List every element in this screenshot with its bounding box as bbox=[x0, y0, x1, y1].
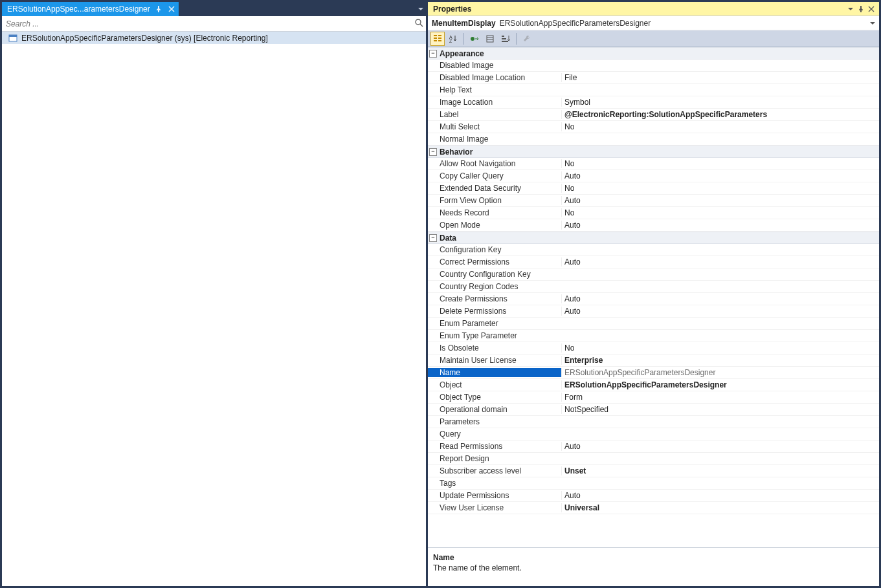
property-row[interactable]: Enum Type Parameter bbox=[428, 330, 879, 342]
property-value[interactable]: Symbol bbox=[561, 98, 879, 107]
property-value[interactable]: ERSolutionAppSpecificParametersDesigner bbox=[561, 380, 879, 389]
property-value[interactable]: No bbox=[561, 184, 879, 193]
property-name: Needs Record bbox=[428, 208, 561, 217]
property-row[interactable]: Country Region Codes bbox=[428, 281, 879, 293]
property-row[interactable]: Open ModeAuto bbox=[428, 219, 879, 232]
property-value[interactable]: Auto bbox=[561, 442, 879, 451]
property-row[interactable]: Query bbox=[428, 428, 879, 441]
property-name: Image Location bbox=[428, 98, 561, 107]
object-type-label: MenuItemDisplay bbox=[432, 19, 496, 28]
property-row[interactable]: Help Text bbox=[428, 84, 879, 96]
properties-title: Properties bbox=[433, 5, 471, 14]
property-row[interactable]: Update PermissionsAuto bbox=[428, 490, 879, 502]
property-pages-icon[interactable] bbox=[483, 32, 497, 46]
collapse-icon[interactable]: − bbox=[429, 148, 437, 156]
property-value[interactable]: Auto bbox=[561, 257, 879, 267]
properties-object-row[interactable]: MenuItemDisplay ERSolutionAppSpecificPar… bbox=[428, 16, 879, 30]
property-name: Operational domain bbox=[428, 405, 561, 414]
alphabetical-icon[interactable]: AZ bbox=[446, 32, 460, 46]
property-value[interactable]: Auto bbox=[561, 491, 879, 500]
tab-document[interactable]: ERSolutionAppSpec...arametersDesigner bbox=[2, 2, 179, 16]
property-row[interactable]: Normal Image bbox=[428, 133, 879, 146]
property-value[interactable]: Universal bbox=[561, 503, 879, 512]
property-row[interactable]: Image LocationSymbol bbox=[428, 96, 879, 109]
property-name: Configuration Key bbox=[428, 245, 561, 254]
window-dropdown-icon[interactable] bbox=[845, 4, 856, 14]
close-icon[interactable] bbox=[167, 5, 176, 14]
property-row[interactable]: Extended Data SecurityNo bbox=[428, 182, 879, 195]
category-header[interactable]: −Data bbox=[428, 232, 879, 244]
property-row[interactable]: Parameters bbox=[428, 416, 879, 428]
property-row[interactable]: View User LicenseUniversal bbox=[428, 502, 879, 514]
property-row[interactable]: Report Design bbox=[428, 453, 879, 465]
property-row[interactable]: Subscriber access levelUnset bbox=[428, 465, 879, 477]
svg-rect-18 bbox=[502, 41, 508, 42]
pin-icon[interactable] bbox=[856, 4, 866, 14]
property-row[interactable]: Disabled Image bbox=[428, 60, 879, 72]
property-row[interactable]: Is ObsoleteNo bbox=[428, 342, 879, 354]
property-row[interactable]: Allow Root NavigationNo bbox=[428, 158, 879, 170]
property-row[interactable]: NameERSolutionAppSpecificParametersDesig… bbox=[428, 367, 879, 379]
extensions-icon[interactable] bbox=[467, 32, 482, 46]
search-icon[interactable] bbox=[412, 18, 426, 29]
property-value[interactable]: Unset bbox=[561, 466, 879, 475]
property-value[interactable]: No bbox=[561, 159, 879, 168]
property-value[interactable]: File bbox=[561, 73, 879, 82]
property-row[interactable]: Label@ElectronicReporting:SolutionAppSpe… bbox=[428, 109, 879, 121]
search-input[interactable] bbox=[2, 17, 412, 30]
property-row[interactable]: ObjectERSolutionAppSpecificParametersDes… bbox=[428, 379, 879, 391]
property-row[interactable]: Multi SelectNo bbox=[428, 121, 879, 133]
property-row[interactable]: Form View OptionAuto bbox=[428, 195, 879, 207]
property-row[interactable]: Disabled Image LocationFile bbox=[428, 72, 879, 84]
property-value[interactable]: Auto bbox=[561, 307, 879, 316]
property-row[interactable]: Tags bbox=[428, 477, 879, 490]
tree-item[interactable]: ERSolutionAppSpecificParametersDesigner … bbox=[2, 32, 426, 45]
property-name: Report Design bbox=[428, 454, 561, 463]
properties-grid[interactable]: −AppearanceDisabled ImageDisabled Image … bbox=[428, 47, 879, 547]
property-name: Object bbox=[428, 380, 561, 389]
property-row[interactable]: Operational domainNotSpecified bbox=[428, 404, 879, 416]
property-value[interactable]: Auto bbox=[561, 294, 879, 303]
collapse-icon[interactable]: − bbox=[429, 234, 437, 242]
property-row[interactable]: Country Configuration Key bbox=[428, 268, 879, 281]
property-row[interactable]: Enum Parameter bbox=[428, 318, 879, 330]
svg-rect-5 bbox=[434, 38, 437, 39]
category-header[interactable]: −Behavior bbox=[428, 146, 879, 158]
properties-pane: Properties MenuItemDisplay ERSolutionApp… bbox=[428, 2, 879, 586]
property-row[interactable]: Object TypeForm bbox=[428, 391, 879, 404]
property-value[interactable]: ERSolutionAppSpecificParametersDesigner bbox=[561, 368, 879, 377]
tab-dropdown-icon[interactable] bbox=[416, 2, 426, 16]
property-value[interactable]: No bbox=[561, 208, 879, 217]
property-row[interactable]: Correct PermissionsAuto bbox=[428, 256, 879, 268]
categorized-icon[interactable] bbox=[430, 32, 445, 46]
property-row[interactable]: Delete PermissionsAuto bbox=[428, 305, 879, 318]
property-row[interactable]: Read PermissionsAuto bbox=[428, 441, 879, 453]
property-value[interactable]: Auto bbox=[561, 171, 879, 180]
property-row[interactable]: Maintain User LicenseEnterprise bbox=[428, 354, 879, 367]
property-value[interactable]: Form bbox=[561, 393, 879, 402]
wrench-icon[interactable] bbox=[520, 32, 534, 46]
tab-title: ERSolutionAppSpec...arametersDesigner bbox=[7, 5, 150, 14]
property-value[interactable]: Auto bbox=[561, 221, 879, 230]
property-value[interactable]: Auto bbox=[561, 196, 879, 205]
editor-pane: ERSolutionAppSpec...arametersDesigner bbox=[2, 2, 428, 586]
property-row[interactable]: Configuration Key bbox=[428, 244, 879, 256]
property-value[interactable]: NotSpecified bbox=[561, 405, 879, 414]
property-row[interactable]: Copy Caller QueryAuto bbox=[428, 170, 879, 182]
description-text: The name of the element. bbox=[433, 563, 874, 572]
object-dropdown-icon[interactable] bbox=[870, 19, 875, 28]
close-icon[interactable] bbox=[866, 4, 876, 14]
pin-icon[interactable] bbox=[154, 5, 163, 14]
property-value[interactable]: Enterprise bbox=[561, 356, 879, 365]
property-value[interactable]: No bbox=[561, 122, 879, 131]
sort-icon[interactable] bbox=[498, 32, 513, 46]
property-value[interactable]: @ElectronicReporting:SolutionAppSpecific… bbox=[561, 110, 879, 119]
property-name: Subscriber access level bbox=[428, 466, 561, 475]
property-value[interactable]: No bbox=[561, 343, 879, 353]
category-header[interactable]: −Appearance bbox=[428, 47, 879, 60]
menu-item-icon bbox=[8, 34, 17, 43]
property-name: Query bbox=[428, 430, 561, 439]
property-row[interactable]: Create PermissionsAuto bbox=[428, 293, 879, 305]
property-row[interactable]: Needs RecordNo bbox=[428, 207, 879, 219]
collapse-icon[interactable]: − bbox=[429, 50, 437, 58]
